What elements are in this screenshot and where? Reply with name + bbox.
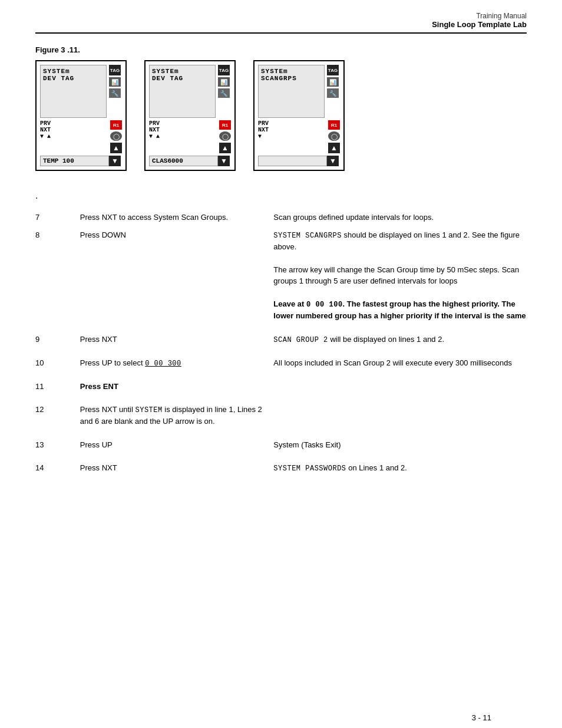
screen-line: SYSTEm [261, 68, 322, 75]
step-result-9: SCAN GROUP 2 will be displayed on lines … [273, 331, 527, 348]
step-result-14: SYSTEM PASSWORDS on Lines 1 and 2. [273, 459, 527, 477]
circle-button-2[interactable]: ◯ [219, 131, 231, 141]
screen-line: SYSTEm [43, 68, 104, 75]
spacer-row-3 [35, 372, 527, 378]
arrow-up-button-2[interactable]: ▲ [219, 143, 231, 153]
result-mono-9: SCAN GROUP 2 [273, 336, 328, 344]
panel-3-top: SYSTEm SCANGRPS TAG 📊 🔧 [258, 65, 340, 118]
header-title: Training Manual [35, 12, 527, 20]
panel-2-top: SYSTEm DEV TAG TAG 📊 🔧 [149, 65, 231, 118]
person-button[interactable]: 🔧 [109, 88, 121, 98]
nxt-label-2: NXT [149, 127, 217, 133]
tag-button[interactable]: TAG [109, 65, 121, 75]
screen-line [261, 82, 322, 89]
arrow-up-button[interactable]: ▲ [110, 143, 122, 153]
step-8-bold: Leave at 0 00 100. The fastest group has… [273, 299, 525, 320]
arrow-down-button[interactable]: ▼ [109, 156, 121, 166]
nxt-label-3: NXT [258, 127, 326, 133]
panel-3-screen: SYSTEm SCANGRPS [258, 65, 325, 118]
header-divider [35, 32, 527, 34]
figures-row: SYSTEm DEV TAG TAG 📊 🔧 PRV NXT ▼ ▲ R1 [35, 60, 527, 171]
step-result-11 [273, 378, 527, 396]
chart-button-2[interactable]: 📊 [218, 77, 230, 87]
page-number: 3 - 11 [472, 713, 491, 722]
panel-3-middle: PRV NXT ▼ R1 ◯ ▲ [258, 120, 340, 153]
step-num-12: 12 [35, 401, 80, 430]
nxt-label: NXT [40, 127, 108, 133]
arrows-label: ▼ ▲ [40, 133, 108, 140]
select-val-10: 0 00 300 [145, 360, 181, 368]
header-subtitle: Single Loop Template Lab [35, 20, 527, 29]
panel-1-screen: SYSTEm DEV TAG [40, 65, 107, 118]
page-footer: 3 - 11 [472, 713, 491, 722]
panel-1-top: SYSTEm DEV TAG TAG 📊 🔧 [40, 65, 122, 118]
arrows-label-3: ▼ [258, 133, 326, 140]
person-button-3[interactable]: 🔧 [327, 88, 339, 98]
panel-3-labels: PRV NXT ▼ [258, 120, 326, 153]
arrow-down-button-3[interactable]: ▼ [327, 156, 339, 166]
person-button-2[interactable]: 🔧 [218, 88, 230, 98]
step-action-7: Press NXT to access System Scan Groups. [80, 209, 274, 226]
tag-button-3[interactable]: TAG [327, 65, 339, 75]
step-row-13: 13 Press UP System (Tasks Exit) [35, 436, 527, 454]
step-result-7: Scan groups defined update intervals for… [273, 209, 527, 226]
step-result-13: System (Tasks Exit) [273, 436, 527, 454]
panel-2: SYSTEm DEV TAG TAG 📊 🔧 PRV NXT ▼ ▲ R1 [144, 60, 236, 171]
screen-line [152, 82, 213, 89]
steps-table: 7 Press NXT to access System Scan Groups… [35, 209, 527, 477]
panel-1-bottom-text: TEMP 100 [40, 156, 109, 166]
step-action-9: Press NXT [80, 331, 274, 348]
figure-label: Figure 3 .11. [35, 45, 527, 54]
circle-button-3[interactable]: ◯ [328, 131, 340, 141]
spacer-row-6 [35, 453, 527, 459]
step-12-mono: SYSTEM [135, 406, 163, 414]
panel-1-middle: PRV NXT ▼ ▲ R1 ◯ ▲ [40, 120, 122, 153]
tag-button-2[interactable]: TAG [218, 65, 230, 75]
r1-button-2[interactable]: R1 [219, 120, 231, 130]
content-section: . 7 Press NXT to access System Scan Grou… [35, 189, 527, 477]
panel-2-right-buttons: TAG 📊 🔧 [218, 65, 231, 118]
panel-2-bottom: CLAS6000 ▼ [149, 156, 231, 166]
step-action-8: Press DOWN [80, 226, 274, 325]
circle-button[interactable]: ◯ [110, 131, 122, 141]
chart-button-3[interactable]: 📊 [327, 77, 339, 87]
step-result-12 [273, 401, 527, 430]
panel-3: SYSTEm SCANGRPS TAG 📊 🔧 PRV NXT ▼ R1 [253, 60, 345, 171]
panel-1: SYSTEm DEV TAG TAG 📊 🔧 PRV NXT ▼ ▲ R1 [35, 60, 127, 171]
panel-1-bottom: TEMP 100 ▼ [40, 156, 122, 166]
step-row-10: 10 Press UP to select 0 00 300 All loops… [35, 354, 527, 372]
r1-button-3[interactable]: R1 [328, 120, 340, 130]
panel-3-right-buttons: TAG 📊 🔧 [327, 65, 340, 118]
arrows-label-2: ▼ ▲ [149, 133, 217, 140]
step-num-8: 8 [35, 226, 80, 325]
panel-2-screen: SYSTEm DEV TAG [149, 65, 216, 118]
prv-label-2: PRV [149, 120, 217, 127]
prv-label: PRV [40, 120, 108, 127]
spacer-row-5 [35, 430, 527, 436]
arrow-up-button-3[interactable]: ▲ [328, 143, 340, 153]
step-action-13: Press UP [80, 436, 274, 454]
arrow-down-button-2[interactable]: ▼ [218, 156, 230, 166]
r1-button[interactable]: R1 [110, 120, 122, 130]
step-11-bold: Press ENT [80, 382, 118, 391]
chart-button[interactable]: 📊 [109, 77, 121, 87]
step-8-extra: The arrow key will change the Scan Group… [273, 265, 519, 286]
panel-3-right2: R1 ◯ ▲ [328, 120, 340, 153]
panel-2-right2: R1 ◯ ▲ [219, 120, 231, 153]
panel-2-arrows: ▼ [218, 156, 231, 166]
step-num-14: 14 [35, 459, 80, 477]
step-row-7: 7 Press NXT to access System Scan Groups… [35, 209, 527, 226]
screen-line: SCANGRPS [261, 75, 322, 82]
step-num-10: 10 [35, 354, 80, 372]
panel-2-labels: PRV NXT ▼ ▲ [149, 120, 217, 153]
step-result-8: SYSTEM SCANGRPS should be displayed on l… [273, 226, 527, 325]
panel-1-right-buttons: TAG 📊 🔧 [109, 65, 122, 118]
spacer-row-2 [35, 348, 527, 354]
step-row-14: 14 Press NXT SYSTEM PASSWORDS on Lines 1… [35, 459, 527, 477]
step-num-13: 13 [35, 436, 80, 454]
step-row-9: 9 Press NXT SCAN GROUP 2 will be display… [35, 331, 527, 348]
screen-line: SYSTEm [152, 68, 213, 75]
leave-at-val: 0 00 100 [306, 301, 343, 309]
prv-label-3: PRV [258, 120, 326, 127]
result-mono-14: SYSTEM PASSWORDS [273, 465, 346, 473]
